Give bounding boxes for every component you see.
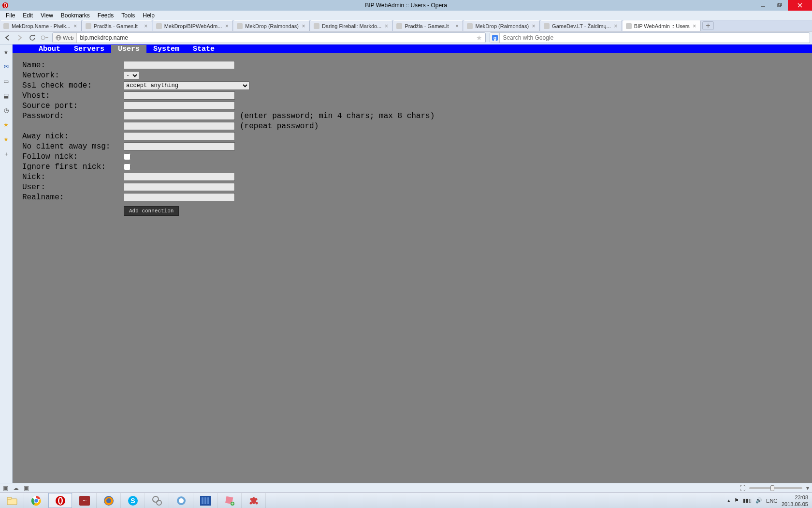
tab-close-icon[interactable]: ×	[531, 23, 536, 29]
source-port-input[interactable]	[124, 102, 235, 110]
zoom-dropdown-icon[interactable]: ▾	[806, 485, 809, 492]
url-field-wrap: Web ★	[52, 32, 486, 43]
menu-file[interactable]: File	[2, 11, 19, 20]
tray-clock[interactable]: 23:08 2013.06.05	[782, 494, 808, 508]
zoom-slider[interactable]	[749, 487, 802, 489]
tab-close-icon[interactable]: ×	[383, 23, 389, 29]
svg-point-51	[255, 502, 258, 504]
taskbar-skype[interactable]: S	[121, 493, 145, 508]
taskbar-terminal[interactable]: ~	[72, 493, 97, 508]
taskbar-explorer[interactable]	[0, 493, 24, 508]
chat-panel-icon[interactable]: ▭	[2, 77, 10, 85]
taskbar-app3[interactable]	[193, 493, 218, 508]
url-badge[interactable]: Web	[53, 33, 77, 43]
search-input[interactable]	[500, 34, 810, 41]
browser-tab[interactable]: Pradžia - Games.lt×	[393, 20, 463, 31]
page-nav-about[interactable]: About	[32, 45, 67, 53]
tray-flag-icon[interactable]: ⚑	[734, 497, 739, 504]
page-nav-users[interactable]: Users	[111, 45, 146, 53]
panel-toggle-icon[interactable]: ▣	[3, 485, 8, 492]
away-nick-input[interactable]	[124, 132, 235, 140]
favorite2-panel-icon[interactable]: ★	[2, 135, 10, 143]
camera-icon[interactable]: ▣	[24, 485, 29, 492]
add-connection-button[interactable]: Add connection	[124, 206, 179, 216]
svg-point-40	[179, 498, 184, 503]
tab-close-icon[interactable]: ×	[72, 23, 78, 29]
menu-view[interactable]: View	[37, 11, 57, 20]
ignore-first-nick-checkbox[interactable]	[124, 164, 130, 170]
sync-icon[interactable]: ☁	[13, 485, 19, 492]
label-no-client-away-msg: No client away msg:	[22, 142, 124, 151]
taskbar-app2[interactable]	[169, 493, 193, 508]
taskbar-app5[interactable]	[242, 493, 266, 508]
label-vhost: Vhost:	[22, 91, 124, 100]
menu-feeds[interactable]: Feeds	[94, 11, 117, 20]
reload-button[interactable]	[27, 33, 38, 43]
browser-tab[interactable]: Daring Fireball: Markdo...×	[310, 20, 393, 31]
taskbar-chrome[interactable]	[24, 493, 48, 508]
menu-tools[interactable]: Tools	[117, 11, 139, 20]
tab-close-icon[interactable]: ×	[454, 23, 460, 29]
browser-tab[interactable]: GameDev.LT - Žaidimų...×	[540, 20, 622, 31]
tab-close-icon[interactable]: ×	[224, 23, 230, 29]
fit-width-icon[interactable]: ⛶	[740, 485, 745, 492]
browser-tab[interactable]: MekDrop (Raimondas)×	[233, 20, 310, 31]
bookmarks-panel-icon[interactable]: ★	[2, 48, 10, 56]
add-panel-icon[interactable]: ＋	[2, 150, 10, 158]
ssl-mode-select[interactable]: accept anything	[124, 81, 249, 90]
close-button[interactable]	[788, 0, 812, 11]
user-input[interactable]	[124, 183, 235, 191]
maximize-button[interactable]	[771, 0, 788, 11]
downloads-panel-icon[interactable]: ⬓	[2, 92, 10, 100]
url-input[interactable]	[77, 34, 473, 41]
tray-network-icon[interactable]: ▮▮▯	[743, 497, 752, 504]
tray-volume-icon[interactable]: 🔊	[755, 497, 762, 504]
page-nav-servers[interactable]: Servers	[67, 45, 111, 53]
page-nav-state[interactable]: State	[186, 45, 221, 53]
home-button[interactable]	[40, 33, 50, 43]
tray-chevron-icon[interactable]: ▴	[727, 497, 730, 504]
browser-tab[interactable]: MekDrop.Name - Piwik...×	[0, 20, 82, 31]
favorite1-panel-icon[interactable]: ★	[2, 121, 10, 129]
svg-rect-18	[45, 37, 48, 38]
tab-favicon-icon	[236, 23, 243, 30]
taskbar-opera[interactable]	[48, 493, 72, 508]
taskbar-app4[interactable]: +	[218, 493, 242, 508]
history-panel-icon[interactable]: ◷	[2, 106, 10, 114]
menu-bookmarks[interactable]: Bookmarks	[57, 11, 94, 20]
mail-panel-icon[interactable]: ✉	[2, 63, 10, 71]
browser-tab[interactable]: MekDrop/BIPWebAdm...×	[153, 20, 233, 31]
browser-tab[interactable]: BIP WebAdmin :: Users×	[623, 20, 701, 31]
network-select[interactable]: -	[124, 71, 139, 80]
new-tab-button[interactable]: +	[702, 21, 714, 30]
menu-help[interactable]: Help	[139, 11, 159, 20]
menu-edit[interactable]: Edit	[19, 11, 37, 20]
vhost-input[interactable]	[124, 91, 235, 100]
name-input[interactable]	[124, 61, 235, 69]
browser-tab[interactable]: Pradžia - Games.lt×	[82, 20, 152, 31]
forward-button[interactable]	[14, 33, 25, 43]
tab-close-icon[interactable]: ×	[692, 23, 697, 29]
tray-time: 23:08	[782, 494, 808, 501]
password-repeat-input[interactable]	[124, 122, 235, 130]
tab-close-icon[interactable]: ×	[143, 23, 149, 29]
tray-language[interactable]: ENG	[766, 498, 778, 504]
nick-input[interactable]	[124, 173, 235, 181]
back-button[interactable]	[2, 33, 13, 43]
bookmark-star-icon[interactable]: ★	[473, 34, 485, 42]
taskbar-firefox[interactable]	[97, 493, 121, 508]
tab-close-icon[interactable]: ×	[613, 23, 619, 29]
realname-input[interactable]	[124, 193, 235, 201]
browser-tab[interactable]: MekDrop (Raimondas)×	[464, 20, 540, 31]
page-nav-system[interactable]: System	[146, 45, 186, 53]
tab-favicon-icon	[396, 23, 403, 30]
minimize-button[interactable]	[755, 0, 771, 11]
taskbar-app1[interactable]	[145, 493, 169, 508]
search-provider-icon[interactable]: g	[490, 33, 500, 43]
tab-label: BIP WebAdmin :: Users	[634, 23, 690, 29]
password-input[interactable]	[124, 112, 235, 120]
password-hint1: (enter password; min 4 chars; max 8 char…	[240, 112, 435, 120]
follow-nick-checkbox[interactable]	[124, 153, 130, 160]
no-client-away-msg-input[interactable]	[124, 142, 235, 150]
tab-close-icon[interactable]: ×	[301, 23, 306, 29]
